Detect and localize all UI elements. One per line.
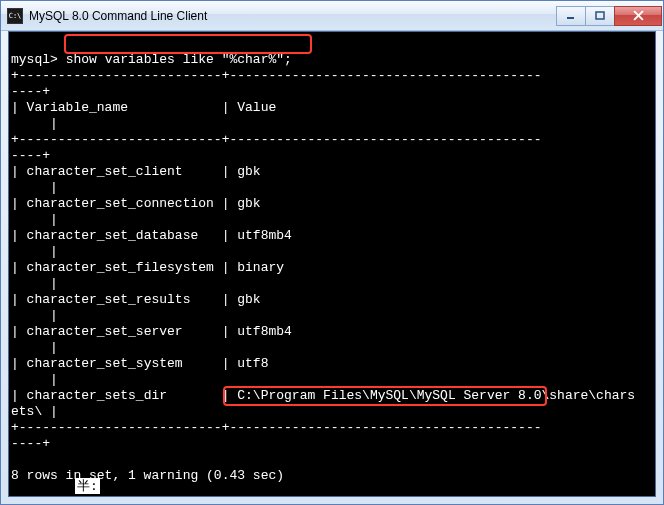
divider: +--------------------------+------------… [11, 420, 542, 435]
maximize-button[interactable] [585, 6, 615, 26]
close-button[interactable] [614, 6, 662, 26]
table-row: | character_set_server | utf8mb4 | [11, 324, 292, 355]
svg-rect-1 [596, 12, 604, 19]
divider-cont: ----+ [11, 436, 50, 451]
command-text: show variables like "%char%"; [66, 52, 292, 67]
summary-line: 8 rows in set, 1 warning (0.43 sec) [11, 468, 284, 483]
window-controls [557, 6, 662, 26]
ime-indicator: 半: [75, 478, 100, 494]
divider-cont: ----+ [11, 84, 50, 99]
app-icon: C:\ [7, 8, 23, 24]
divider-cont: ----+ [11, 148, 50, 163]
table-row: | character_set_results | gbk | [11, 292, 261, 323]
highlight-command [64, 34, 312, 54]
app-window: C:\ MySQL 8.0 Command Line Client mysql>… [0, 0, 664, 505]
table-row: | character_set_client | gbk | [11, 164, 261, 195]
divider: +--------------------------+------------… [11, 68, 542, 83]
table-row: | character_set_connection | gbk | [11, 196, 261, 227]
table-row: | character_set_database | utf8mb4 | [11, 228, 292, 259]
window-title: MySQL 8.0 Command Line Client [29, 9, 557, 23]
header-row: | Variable_name | Value | [11, 100, 276, 131]
table-row: | character_sets_dir | C:\Program Files\… [11, 388, 635, 419]
titlebar[interactable]: C:\ MySQL 8.0 Command Line Client [1, 1, 663, 31]
terminal-output[interactable]: mysql> show variables like "%char%"; +--… [8, 31, 656, 497]
divider: +--------------------------+------------… [11, 132, 542, 147]
prompt-text: mysql> show variables like "%char%"; [11, 52, 292, 67]
table-row: | character_set_filesystem | binary | [11, 260, 284, 291]
minimize-button[interactable] [556, 6, 586, 26]
table-row: | character_set_system | utf8 | [11, 356, 268, 387]
